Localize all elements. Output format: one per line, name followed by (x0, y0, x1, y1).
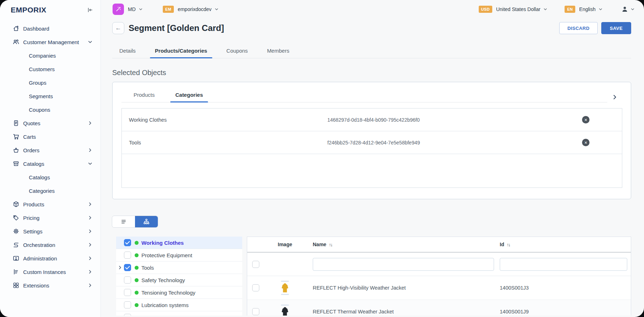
sidebar-item-label: Custom Instances (23, 269, 66, 275)
page-tab[interactable]: Members (262, 48, 295, 58)
category-tree-item[interactable] (116, 311, 242, 316)
products-filter-row (247, 253, 631, 276)
user-icon (621, 6, 628, 13)
category-checkbox[interactable] (124, 264, 131, 271)
category-tree-item[interactable]: Safety Technology (116, 274, 242, 286)
tree-view-button[interactable] (135, 216, 158, 227)
sidebar-item-icon (12, 25, 20, 32)
select-all-checkbox[interactable] (252, 261, 259, 268)
selected-category-name: Working Clothes (122, 117, 327, 123)
sidebar-item[interactable]: Products (0, 197, 100, 211)
selected-objects-tab[interactable]: Categories (170, 92, 208, 102)
sidebar-item[interactable]: Orders (0, 143, 100, 157)
category-checkbox[interactable] (124, 252, 131, 259)
sidebar-item[interactable]: Catalogs (0, 157, 100, 170)
sidebar-nav: Dashboard Customer Management Companies (0, 22, 100, 292)
sidebar-item[interactable]: Groups (0, 76, 100, 89)
sidebar-item-label: Settings (23, 228, 42, 234)
workspace-avatar (113, 4, 124, 15)
row-checkbox[interactable] (252, 284, 259, 291)
sidebar-item[interactable]: Carts (0, 130, 100, 143)
chevron-icon (88, 229, 93, 234)
sidebar-item-icon (12, 201, 20, 208)
category-tree-item[interactable]: Working Clothes (116, 237, 242, 249)
category-checkbox[interactable] (124, 239, 131, 246)
id-filter-input[interactable] (500, 258, 627, 271)
sidebar-item-label: Orchestration (23, 242, 55, 248)
sidebar-item-label: Segments (29, 93, 53, 99)
column-name[interactable]: Name (313, 242, 326, 247)
sidebar-item[interactable]: Quotes (0, 116, 100, 130)
product-name: REFLECT Thermal Weather Jacket (303, 309, 498, 315)
product-row[interactable]: REFLECT High-Visibility Weather Jacket 1… (247, 276, 631, 300)
sidebar-item[interactable]: Customer Management (0, 35, 100, 49)
page-tab[interactable]: Details (114, 48, 141, 58)
category-checkbox[interactable] (124, 301, 131, 308)
sidebar-item-label: Catalogs (23, 161, 44, 167)
currency-selector[interactable]: USD United States Dollar (479, 6, 548, 13)
language-name: English (579, 6, 596, 12)
workspace-selector[interactable]: MD (113, 4, 143, 15)
sidebar-item[interactable]: Customers (0, 62, 100, 76)
product-id: 1400S001J9 (498, 309, 631, 315)
sidebar-item[interactable]: Administration (0, 252, 100, 265)
category-checkbox[interactable] (124, 289, 131, 296)
product-id: 1400S001J3 (498, 285, 631, 291)
page-tab-label: Details (119, 48, 136, 54)
sidebar-item[interactable]: Custom Instances (0, 265, 100, 279)
sort-icon[interactable]: ↑↓ (507, 242, 510, 247)
sort-icon[interactable]: ↑↓ (329, 242, 332, 247)
language-badge: EN (565, 6, 575, 13)
sidebar-item[interactable]: Coupons (0, 103, 100, 116)
remove-icon[interactable]: × (582, 116, 590, 123)
category-tree-item[interactable]: Protective Equipment (116, 249, 242, 261)
name-filter-input[interactable] (313, 258, 494, 271)
column-id[interactable]: Id (500, 242, 504, 247)
category-tree-item[interactable]: Tensioning Technology (116, 286, 242, 299)
category-checkbox[interactable] (124, 276, 131, 284)
jacket-image (281, 306, 289, 316)
page-tab[interactable]: Products/Categories (150, 48, 212, 58)
chevron-icon (88, 283, 93, 288)
sidebar-collapse-icon[interactable] (86, 6, 94, 14)
sidebar-item[interactable]: Extensions (0, 279, 100, 292)
save-button[interactable]: SAVE (601, 22, 631, 34)
user-menu[interactable] (603, 6, 635, 13)
products-table: Image Name ↑↓ Id ↑↓ (247, 237, 631, 316)
list-view-button[interactable] (112, 216, 135, 227)
row-checkbox[interactable] (252, 308, 259, 315)
sidebar-item[interactable]: Segments (0, 89, 100, 103)
currency-name: United States Dollar (496, 6, 541, 12)
category-tree-item[interactable]: Tools (116, 261, 242, 274)
sidebar-item-label: Quotes (23, 120, 40, 126)
sidebar-item[interactable]: Orchestration (0, 238, 100, 252)
status-dot (135, 241, 139, 245)
discard-button[interactable]: DISCARD (559, 22, 598, 34)
language-selector[interactable]: EN English (565, 6, 603, 13)
sidebar-item[interactable]: Dashboard (0, 22, 100, 35)
product-row[interactable]: REFLECT Thermal Weather Jacket 1400S001J… (247, 300, 631, 316)
sidebar-item[interactable]: Catalogs (0, 170, 100, 184)
sidebar-item-label: Products (23, 201, 44, 207)
selected-objects-tab[interactable]: Products (129, 92, 160, 102)
category-tree-item[interactable]: Lubrication systems (116, 299, 242, 311)
back-button[interactable]: ← (112, 22, 124, 34)
currency-badge: USD (479, 6, 492, 13)
chevron-down-icon (543, 7, 547, 11)
sidebar-item[interactable]: Categories (0, 184, 100, 197)
sidebar-item-icon (12, 241, 20, 248)
chevron-right-icon (612, 94, 618, 100)
sidebar-item[interactable]: Settings (0, 224, 100, 238)
sidebar-item[interactable]: Companies (0, 49, 100, 62)
expand-icon[interactable] (117, 264, 123, 271)
chevron-icon (88, 161, 93, 166)
tenant-selector[interactable]: EM emporixdocdev (163, 6, 219, 13)
category-tree: Working Clothes Protective Equipment (116, 237, 242, 316)
status-dot (135, 303, 139, 307)
category-checkbox[interactable] (124, 314, 131, 316)
page-tab[interactable]: Coupons (222, 48, 253, 58)
chevron-icon (88, 269, 93, 274)
next-tab-chevron[interactable] (607, 94, 622, 100)
remove-icon[interactable]: × (582, 139, 590, 146)
sidebar-item[interactable]: Pricing (0, 211, 100, 224)
